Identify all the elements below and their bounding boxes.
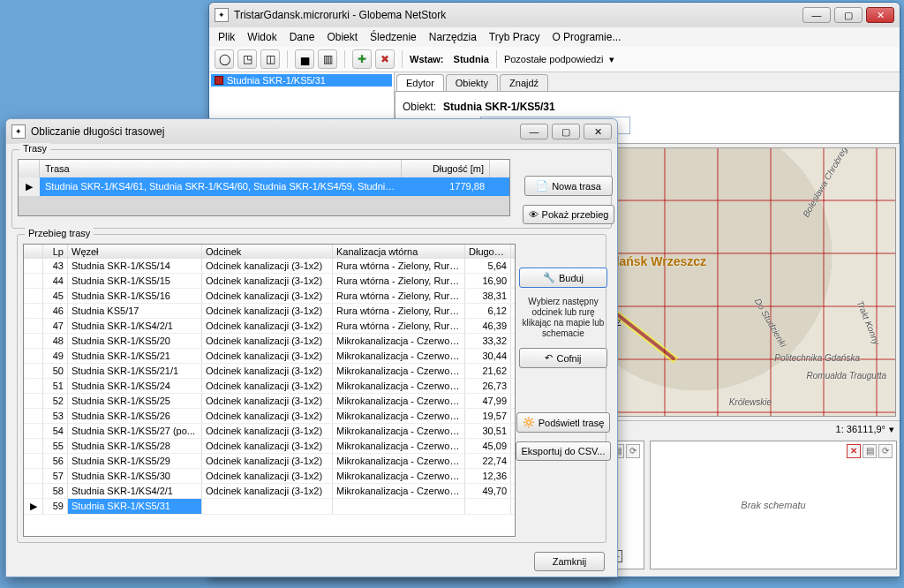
toolbar-add[interactable]: ✚ <box>352 49 372 69</box>
table-row[interactable]: ▶59Studnia SKR-1/KS5/31 <box>24 499 515 515</box>
highlight-icon: 🔆 <box>523 417 535 428</box>
new-route-button[interactable]: 📄Nowa trasa <box>524 176 613 196</box>
gear-icon: 🔧 <box>543 272 555 283</box>
table-row[interactable]: 43Studnia SKR-1/KS5/14Odcinek kanalizacj… <box>24 259 515 274</box>
toolbar-btn-3[interactable]: ◫ <box>260 49 280 69</box>
map-trakt: Trakt Konny <box>855 299 881 346</box>
toolbar-btn-5[interactable]: ▥ <box>318 49 337 69</box>
eye-icon: 👁 <box>529 209 539 220</box>
trasy-row-trasa: Studnia SKR-1/KS4/61, Studnia SKR-1/KS4/… <box>40 177 402 196</box>
window-title: TristarGdansk.microrurki - Globema NetSt… <box>234 9 802 21</box>
dialog-titlebar[interactable]: ✦ Obliczanie długości trasowej — ▢ ✕ <box>6 119 617 144</box>
app-icon: ✦ <box>215 8 229 22</box>
route-length-dialog: ✦ Obliczanie długości trasowej — ▢ ✕ Tra… <box>5 118 618 577</box>
przebieg-legend: Przebieg trasy <box>25 228 94 238</box>
table-row[interactable]: 52Studnia SKR-1/KS5/25Odcinek kanalizacj… <box>24 394 515 409</box>
menu-narzedzia[interactable]: Narzędzia <box>429 31 477 43</box>
main-titlebar[interactable]: ✦ TristarGdansk.microrurki - Globema Net… <box>209 3 900 27</box>
toolbar-delete[interactable]: ✖ <box>375 49 395 69</box>
map-chrob: Bolesława Chrobrego <box>802 147 852 219</box>
menu-tryb-pracy[interactable]: Tryb Pracy <box>489 31 540 43</box>
tree-item-label: Studnia SKR-1/KS5/31 <box>227 75 326 86</box>
table-row[interactable]: 47Studnia SKR-1/KS4/2/1Odcinek kanalizac… <box>24 319 515 334</box>
tab-edytor[interactable]: Edytor <box>396 74 444 91</box>
table-row[interactable]: 54Studnia SKR-1/KS5/27 (po...Odcinek kan… <box>24 424 515 439</box>
tab-znajdz[interactable]: Znajdź <box>500 74 548 91</box>
table-row[interactable]: 55Studnia SKR-1/KS5/28Odcinek kanalizacj… <box>24 439 515 454</box>
przebieg-group-wrap: Przebieg trasy Lp Węzeł Odcinek Kanaliza… <box>11 234 612 543</box>
tree-item-selected[interactable]: Studnia SKR-1/KS5/31 <box>211 74 392 87</box>
table-row[interactable]: 45Studnia SKR-1/KS5/16Odcinek kanalizacj… <box>24 289 515 304</box>
trasy-table[interactable]: Trasa Długość [m] ▶ Studnia SKR-1/KS4/61… <box>18 159 510 216</box>
schem-tool-d[interactable]: ⟳ <box>878 444 893 458</box>
map-scale: 1: 36111,9° <box>836 424 885 434</box>
editor-object-label: Obiekt: <box>403 101 436 113</box>
trasy-row-selected[interactable]: ▶ Studnia SKR-1/KS4/61, Studnia SKR-1/KS… <box>19 177 509 196</box>
build-hint: Wybierz następny odcinek lub rurę klikaj… <box>519 297 607 339</box>
table-row[interactable]: 46Studnia KS5/17Odcinek kanalizacji (3-1… <box>24 304 515 319</box>
highlight-route-button[interactable]: 🔆Podświetl trasę <box>516 412 611 433</box>
close-button[interactable]: ✕ <box>866 7 894 23</box>
table-row[interactable]: 44Studnia SKR-1/KS5/15Odcinek kanalizacj… <box>24 274 515 289</box>
col-wezel[interactable]: Węzeł <box>68 245 202 259</box>
schematic-right[interactable]: ✕ ▤ ⟳ Brak schematu <box>650 441 897 569</box>
menu-obiekt[interactable]: Obiekt <box>327 31 358 43</box>
no-schema-label: Brak schematu <box>741 500 805 510</box>
show-route-button[interactable]: 👁Pokaż przebieg <box>523 205 615 224</box>
doc-icon: 📄 <box>536 180 548 192</box>
toolbar-btn-2[interactable]: ◳ <box>237 49 257 69</box>
col-lp[interactable]: Lp <box>43 245 68 259</box>
main-menubar: Plik Widok Dane Obiekt Śledzenie Narzędz… <box>209 27 900 47</box>
table-row[interactable]: 51Studnia SKR-1/KS5/24Odcinek kanalizacj… <box>24 379 515 394</box>
dialog-close[interactable]: ✕ <box>584 124 612 139</box>
schem-tool-c[interactable]: ▤ <box>863 444 877 458</box>
schem-tool-b[interactable]: ⟳ <box>626 444 640 458</box>
menu-sledzenie[interactable]: Śledzenie <box>370 31 417 43</box>
col-dlugosc[interactable]: Długość [m] <box>465 245 511 259</box>
toolbar-btn-4[interactable]: ▅ <box>295 49 314 69</box>
dialog-minimize[interactable]: — <box>520 124 548 139</box>
table-row[interactable]: 53Studnia SKR-1/KS5/26Odcinek kanalizacj… <box>24 409 515 424</box>
map-stud: Do Studzienki <box>753 297 788 349</box>
menu-dane[interactable]: Dane <box>290 31 315 43</box>
editor-tabs: Edytor Obiekty Znajdź <box>395 72 900 91</box>
trasy-col-trasa[interactable]: Trasa <box>40 160 402 177</box>
insert-object[interactable]: Studnia <box>454 54 489 64</box>
toolbar-btn-1[interactable]: ◯ <box>215 49 234 69</box>
menu-o-programie[interactable]: O Programie... <box>552 31 621 43</box>
main-toolbar: ◯ ◳ ◫ ▅ ▥ ✚ ✖ Wstaw: Studnia Pozostałe p… <box>209 47 900 72</box>
tree-icon <box>215 76 223 85</box>
schem-close-icon[interactable]: ✕ <box>847 444 861 458</box>
hints-dropdown[interactable]: Pozostałe podpowiedzi <box>504 54 604 64</box>
map-scale-dropdown-icon[interactable]: ▾ <box>889 424 894 435</box>
col-odcinek[interactable]: Odcinek <box>202 245 333 259</box>
dialog-close-button[interactable]: Zamknij <box>534 552 605 571</box>
dialog-maximize[interactable]: ▢ <box>552 124 580 139</box>
editor-object-value: Studnia SKR-1/KS5/31 <box>443 101 555 113</box>
table-row[interactable]: 58Studnia SKR-1/KS4/2/1Odcinek kanalizac… <box>24 484 515 499</box>
table-row[interactable]: 49Studnia SKR-1/KS5/21Odcinek kanalizacj… <box>24 349 515 364</box>
table-row[interactable]: 48Studnia SKR-1/KS5/20Odcinek kanalizacj… <box>24 334 515 349</box>
col-kanalizacja[interactable]: Kanalizacja wtórna <box>333 245 465 259</box>
menu-widok[interactable]: Widok <box>247 31 276 43</box>
insert-label: Wstaw: <box>410 54 444 64</box>
export-csv-button[interactable]: Eksportuj do CSV... <box>516 441 612 461</box>
undo-button[interactable]: ↶Cofnij <box>519 348 607 368</box>
dialog-title: Obliczanie długości trasowej <box>31 125 520 138</box>
map-polit: Politechnika Gdańska <box>774 353 860 363</box>
minimize-button[interactable]: — <box>802 7 831 23</box>
menu-plik[interactable]: Plik <box>218 31 235 43</box>
undo-icon: ↶ <box>545 352 553 364</box>
map-traug: Romualda Traugutta <box>807 371 886 381</box>
maximize-button[interactable]: ▢ <box>834 7 863 23</box>
trasy-col-dlugosc[interactable]: Długość [m] <box>402 160 490 177</box>
dialog-icon: ✦ <box>11 124 26 139</box>
table-row[interactable]: 56Studnia SKR-1/KS5/29Odcinek kanalizacj… <box>24 454 515 469</box>
table-row[interactable]: 57Studnia SKR-1/KS5/30Odcinek kanalizacj… <box>24 469 515 484</box>
przebieg-table[interactable]: Lp Węzeł Odcinek Kanalizacja wtórna Dług… <box>23 244 516 537</box>
build-button[interactable]: 🔧Buduj <box>519 268 607 288</box>
tab-obiekty[interactable]: Obiekty <box>446 74 498 91</box>
table-row[interactable]: 50Studnia SKR-1/KS5/21/1Odcinek kanaliza… <box>24 364 515 379</box>
trasy-row-dlugosc: 1779,88 <box>402 177 490 196</box>
map-krol: Królewskie <box>729 397 772 407</box>
